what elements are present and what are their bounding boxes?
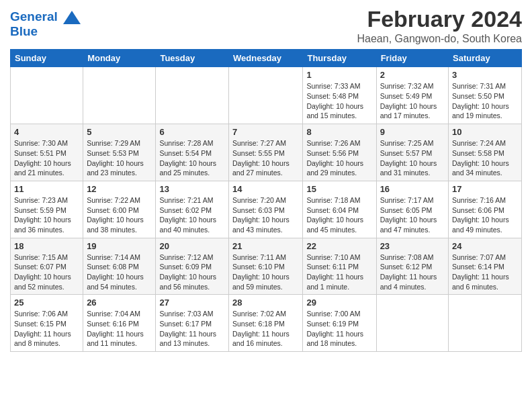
day-info: Sunrise: 7:31 AM Sunset: 5:50 PM Dayligh… (452, 81, 518, 121)
day-number: 26 (87, 298, 152, 308)
day-info: Sunrise: 7:23 AM Sunset: 5:59 PM Dayligh… (14, 195, 79, 235)
calendar-table: SundayMondayTuesdayWednesdayThursdayFrid… (10, 49, 522, 352)
day-info: Sunrise: 7:12 AM Sunset: 6:09 PM Dayligh… (159, 253, 225, 292)
day-info: Sunrise: 7:24 AM Sunset: 5:58 PM Dayligh… (452, 138, 518, 178)
day-number: 24 (452, 241, 518, 251)
day-number: 15 (306, 184, 372, 194)
day-number: 12 (87, 184, 152, 194)
day-number: 14 (232, 184, 299, 194)
calendar-cell: 23Sunrise: 7:08 AM Sunset: 6:12 PM Dayli… (376, 238, 448, 295)
day-info: Sunrise: 7:15 AM Sunset: 6:07 PM Dayligh… (14, 253, 79, 292)
day-info: Sunrise: 7:16 AM Sunset: 6:06 PM Dayligh… (452, 195, 518, 235)
calendar-cell: 27Sunrise: 7:03 AM Sunset: 6:17 PM Dayli… (156, 295, 229, 352)
weekday-header-sunday: Sunday (11, 50, 83, 67)
week-row-3: 11Sunrise: 7:23 AM Sunset: 5:59 PM Dayli… (11, 181, 522, 238)
day-info: Sunrise: 7:02 AM Sunset: 6:18 PM Dayligh… (232, 309, 299, 349)
month-title: February 2024 (357, 7, 523, 32)
weekday-header-tuesday: Tuesday (156, 50, 229, 67)
day-number: 10 (452, 127, 518, 137)
logo: General Blue (10, 9, 81, 39)
calendar-cell: 22Sunrise: 7:10 AM Sunset: 6:11 PM Dayli… (303, 238, 376, 295)
calendar-cell (11, 67, 83, 124)
day-number: 29 (306, 298, 372, 308)
location-title: Haean, Gangwon-do, South Korea (357, 33, 523, 45)
calendar-cell: 13Sunrise: 7:21 AM Sunset: 6:02 PM Dayli… (156, 181, 229, 238)
day-number: 25 (14, 298, 79, 308)
day-info: Sunrise: 7:25 AM Sunset: 5:57 PM Dayligh… (380, 138, 445, 178)
calendar-cell (376, 295, 448, 352)
calendar-cell: 21Sunrise: 7:11 AM Sunset: 6:10 PM Dayli… (229, 238, 303, 295)
day-number: 23 (380, 241, 445, 251)
calendar-cell: 24Sunrise: 7:07 AM Sunset: 6:14 PM Dayli… (449, 238, 522, 295)
title-block: February 2024 Haean, Gangwon-do, South K… (357, 7, 523, 45)
calendar-cell (83, 67, 156, 124)
calendar-cell: 15Sunrise: 7:18 AM Sunset: 6:04 PM Dayli… (303, 181, 376, 238)
calendar-cell: 8Sunrise: 7:26 AM Sunset: 5:56 PM Daylig… (303, 124, 376, 181)
calendar-cell: 16Sunrise: 7:17 AM Sunset: 6:05 PM Dayli… (376, 181, 448, 238)
calendar-cell: 3Sunrise: 7:31 AM Sunset: 5:50 PM Daylig… (449, 67, 522, 124)
calendar-cell (229, 67, 303, 124)
calendar-cell: 2Sunrise: 7:32 AM Sunset: 5:49 PM Daylig… (376, 67, 448, 124)
day-number: 3 (452, 70, 518, 80)
weekday-header-monday: Monday (83, 50, 156, 67)
calendar-cell: 25Sunrise: 7:06 AM Sunset: 6:15 PM Dayli… (11, 295, 83, 352)
calendar-cell: 10Sunrise: 7:24 AM Sunset: 5:58 PM Dayli… (449, 124, 522, 181)
day-info: Sunrise: 7:27 AM Sunset: 5:55 PM Dayligh… (232, 138, 299, 178)
day-info: Sunrise: 7:30 AM Sunset: 5:51 PM Dayligh… (14, 138, 79, 178)
day-info: Sunrise: 7:07 AM Sunset: 6:14 PM Dayligh… (452, 253, 518, 292)
day-number: 17 (452, 184, 518, 194)
calendar-cell: 26Sunrise: 7:04 AM Sunset: 6:16 PM Dayli… (83, 295, 156, 352)
day-info: Sunrise: 7:21 AM Sunset: 6:02 PM Dayligh… (159, 195, 225, 235)
day-info: Sunrise: 7:32 AM Sunset: 5:49 PM Dayligh… (380, 81, 445, 121)
day-number: 18 (14, 241, 79, 251)
day-info: Sunrise: 7:28 AM Sunset: 5:54 PM Dayligh… (159, 138, 225, 178)
weekday-header-wednesday: Wednesday (229, 50, 303, 67)
calendar-cell: 7Sunrise: 7:27 AM Sunset: 5:55 PM Daylig… (229, 124, 303, 181)
day-info: Sunrise: 7:00 AM Sunset: 6:19 PM Dayligh… (306, 309, 372, 349)
calendar-cell (156, 67, 229, 124)
week-row-2: 4Sunrise: 7:30 AM Sunset: 5:51 PM Daylig… (11, 124, 522, 181)
day-number: 21 (232, 241, 299, 251)
day-info: Sunrise: 7:20 AM Sunset: 6:03 PM Dayligh… (232, 195, 299, 235)
day-number: 16 (380, 184, 445, 194)
calendar-cell: 6Sunrise: 7:28 AM Sunset: 5:54 PM Daylig… (156, 124, 229, 181)
calendar-cell: 18Sunrise: 7:15 AM Sunset: 6:07 PM Dayli… (11, 238, 83, 295)
day-info: Sunrise: 7:26 AM Sunset: 5:56 PM Dayligh… (306, 138, 372, 178)
calendar-cell: 11Sunrise: 7:23 AM Sunset: 5:59 PM Dayli… (11, 181, 83, 238)
day-number: 8 (306, 127, 372, 137)
day-number: 22 (306, 241, 372, 251)
day-number: 28 (232, 298, 299, 308)
day-info: Sunrise: 7:18 AM Sunset: 6:04 PM Dayligh… (306, 195, 372, 235)
day-number: 4 (14, 127, 79, 137)
week-row-5: 25Sunrise: 7:06 AM Sunset: 6:15 PM Dayli… (11, 295, 522, 352)
svg-marker-0 (63, 11, 81, 24)
calendar-cell: 12Sunrise: 7:22 AM Sunset: 6:00 PM Dayli… (83, 181, 156, 238)
day-info: Sunrise: 7:06 AM Sunset: 6:15 PM Dayligh… (14, 309, 79, 349)
day-info: Sunrise: 7:11 AM Sunset: 6:10 PM Dayligh… (232, 253, 299, 292)
day-number: 7 (232, 127, 299, 137)
day-number: 6 (159, 127, 225, 137)
day-number: 11 (14, 184, 79, 194)
day-number: 27 (159, 298, 225, 308)
day-info: Sunrise: 7:08 AM Sunset: 6:12 PM Dayligh… (380, 253, 445, 292)
logo-icon (63, 11, 81, 24)
calendar-cell (449, 295, 522, 352)
weekday-header-friday: Friday (376, 50, 448, 67)
day-number: 9 (380, 127, 445, 137)
logo-blue: Blue (10, 24, 81, 39)
weekday-header-thursday: Thursday (303, 50, 376, 67)
day-number: 20 (159, 241, 225, 251)
day-info: Sunrise: 7:04 AM Sunset: 6:16 PM Dayligh… (87, 309, 152, 349)
day-info: Sunrise: 7:22 AM Sunset: 6:00 PM Dayligh… (87, 195, 152, 235)
calendar-cell: 19Sunrise: 7:14 AM Sunset: 6:08 PM Dayli… (83, 238, 156, 295)
calendar-cell: 9Sunrise: 7:25 AM Sunset: 5:57 PM Daylig… (376, 124, 448, 181)
day-info: Sunrise: 7:03 AM Sunset: 6:17 PM Dayligh… (159, 309, 225, 349)
calendar-cell: 1Sunrise: 7:33 AM Sunset: 5:48 PM Daylig… (303, 67, 376, 124)
logo-general: General (10, 9, 58, 24)
calendar-cell: 4Sunrise: 7:30 AM Sunset: 5:51 PM Daylig… (11, 124, 83, 181)
day-number: 2 (380, 70, 445, 80)
calendar-cell: 20Sunrise: 7:12 AM Sunset: 6:09 PM Dayli… (156, 238, 229, 295)
day-number: 19 (87, 241, 152, 251)
calendar-cell: 28Sunrise: 7:02 AM Sunset: 6:18 PM Dayli… (229, 295, 303, 352)
day-info: Sunrise: 7:10 AM Sunset: 6:11 PM Dayligh… (306, 253, 372, 292)
